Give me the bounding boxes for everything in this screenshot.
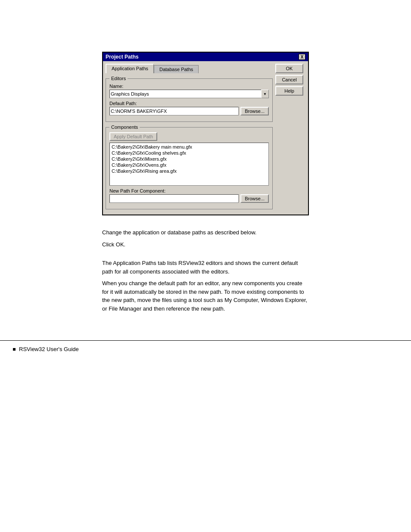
description-section: Change the application or database paths… [102, 228, 309, 252]
editors-group: Editors Name: Graphics Displays ▼ Defaul… [106, 76, 273, 122]
dialog-title: Project Paths [106, 54, 139, 60]
new-path-input[interactable] [109, 194, 239, 203]
explanation-section: The Application Paths tab lists RSView32… [102, 259, 309, 316]
tab-database-paths[interactable]: Database Paths [154, 65, 199, 73]
apply-default-path-button[interactable]: Apply Default Path [109, 132, 157, 141]
editors-legend: Editors [109, 76, 128, 81]
tab-bar: Application Paths Database Paths [106, 64, 273, 73]
tab-application-paths[interactable]: Application Paths [106, 64, 154, 73]
components-listbox[interactable]: C:\Bakery2\Gfx\Bakery main menu.gfx C:\B… [109, 143, 269, 186]
cancel-button[interactable]: Cancel [275, 75, 303, 84]
ok-button[interactable]: OK [275, 64, 303, 73]
dialog-sidebar: OK Cancel Help [275, 64, 305, 212]
desc-line1: Change the application or database paths… [102, 228, 309, 237]
components-legend: Components [109, 124, 140, 130]
new-path-label: New Path For Component: [109, 188, 269, 193]
explanation-para1: The Application Paths tab lists RSView32… [102, 259, 309, 276]
close-button[interactable]: X [299, 54, 305, 60]
list-item: C:\Bakery2\Gfx\Ovens.gfx [111, 162, 268, 168]
default-path-browse-button[interactable]: Browse... [240, 107, 269, 115]
help-button[interactable]: Help [275, 86, 303, 96]
list-item: C:\Bakery2\Gfx\Bakery main menu.gfx [111, 144, 268, 150]
footer: RSView32 User's Guide [0, 340, 411, 358]
list-item: C:\Bakery2\Gfx\Mixers.gfx [111, 156, 268, 162]
list-item: C:\Bakery2\Gfx\Cooling shelves.gfx [111, 150, 268, 156]
default-path-label: Default Path: [109, 101, 269, 106]
name-select-wrapper[interactable]: Graphics Displays ▼ [109, 90, 269, 98]
name-label: Name: [109, 84, 269, 89]
components-group: Components Apply Default Path C:\Bakery2… [106, 124, 273, 209]
desc-line2: Click OK. [102, 240, 309, 249]
list-item: C:\Bakery2\Gfx\Rising area.gfx [111, 168, 268, 174]
explanation-para2: When you change the default path for an … [102, 279, 309, 313]
default-path-input[interactable] [109, 107, 239, 115]
footer-label: RSView32 User's Guide [19, 346, 79, 352]
dialog-titlebar: Project Paths X [103, 53, 308, 61]
new-path-browse-button[interactable]: Browse... [240, 194, 269, 203]
footer-bullet-icon [13, 348, 16, 351]
project-paths-dialog: Project Paths X Application Paths Databa… [102, 52, 309, 215]
name-select[interactable]: Graphics Displays [109, 90, 269, 98]
